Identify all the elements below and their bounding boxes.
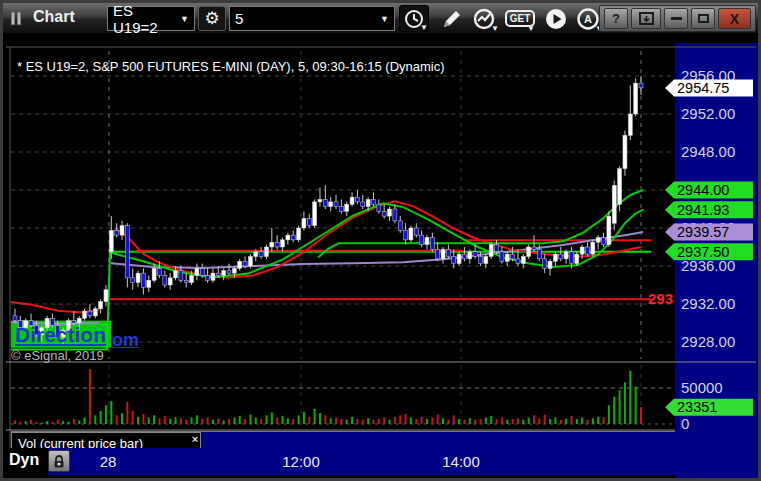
time-tick-label: 12:00 [282, 453, 320, 470]
volume-tag: 23351 [665, 399, 753, 416]
svg-text:23351: 23351 [677, 399, 717, 415]
close-button[interactable]: X [718, 8, 751, 29]
titlebar[interactable]: Chart ES U19=2 ▼ ⚙ 5 ▼ ▼ [3, 3, 758, 34]
time-tick-label: 14:00 [442, 453, 480, 470]
get-data-button[interactable]: GET ▼ [505, 5, 535, 32]
close-icon: × [192, 433, 198, 445]
chart-window-icon [11, 11, 27, 25]
dock-button[interactable] [631, 8, 661, 29]
chevron-down-icon: ▼ [491, 24, 499, 33]
minimize-icon [671, 17, 682, 20]
interval-value: 5 [235, 10, 243, 27]
esignal-copyright: © eSignal, 2019 [11, 348, 104, 363]
price-tick-label: 2932.00 [681, 295, 735, 312]
symbol-combo[interactable]: ES U19=2 ▼ [107, 6, 195, 31]
maximize-button[interactable] [691, 8, 715, 29]
price-tag: 2939.57 [665, 224, 753, 241]
maximize-icon [698, 14, 709, 23]
close-icon: X [730, 11, 739, 27]
time-template-button[interactable]: ▼ [399, 5, 429, 32]
volume-tick-label: 0 [681, 415, 689, 432]
pencil-icon [440, 7, 464, 31]
chevron-down-icon: ▼ [174, 14, 189, 24]
interval-combo[interactable]: 5 ▼ [229, 6, 395, 31]
chart-header-text: * ES U19=2, S&P 500 FUTURES E-MINI (DAY)… [17, 59, 445, 74]
help-button[interactable]: ? [604, 8, 628, 29]
chevron-down-icon: ▼ [527, 24, 535, 33]
price-tick-label: 2948.00 [681, 143, 735, 160]
price-tick-label: 2952.00 [681, 105, 735, 122]
draw-button[interactable] [437, 5, 467, 32]
chevron-down-icon: ▼ [374, 14, 389, 24]
close-volume-tab-button[interactable]: × [189, 433, 201, 445]
svg-text:2944.00: 2944.00 [677, 182, 729, 198]
time-axis[interactable]: 2812:0014:00 [6, 448, 751, 475]
svg-text:2939.57: 2939.57 [677, 224, 729, 240]
price-tick-label: 2928.00 [681, 333, 735, 350]
price-tag: 2954.75 [665, 79, 753, 96]
chevron-down-icon: ▼ [420, 23, 428, 32]
minimize-button[interactable] [664, 8, 688, 29]
chart-canvas[interactable]: 2956.002952.002948.002944.002940.002936.… [3, 3, 761, 481]
watermark-text-2: om [112, 330, 139, 351]
play-icon [544, 7, 568, 31]
chart-window: 2956.002952.002948.002944.002940.002936.… [0, 0, 761, 481]
window-title: Chart [33, 8, 75, 26]
red-line-price-label: 293 [648, 290, 673, 307]
price-tag: 2937.50 [665, 243, 753, 260]
studies-button[interactable]: ▼ [469, 5, 499, 32]
price-tag: 2941.93 [665, 201, 753, 218]
play-button[interactable] [541, 5, 571, 32]
settings-button[interactable]: ⚙ [198, 6, 226, 31]
watermark: Direction om [15, 323, 106, 347]
time-axis-bar[interactable]: Dyn 2812:0014:00 [6, 448, 751, 475]
symbol-value: ES U19=2 [113, 2, 174, 36]
price-tag: 2944.00 [665, 182, 753, 199]
gear-icon: ⚙ [204, 8, 219, 29]
svg-text:2941.93: 2941.93 [677, 202, 729, 218]
dock-icon [639, 12, 654, 25]
window-controls: ? X [599, 5, 756, 32]
help-icon: ? [612, 11, 620, 26]
svg-text:A: A [584, 13, 592, 25]
svg-text:2937.50: 2937.50 [677, 244, 729, 260]
svg-text:2954.75: 2954.75 [677, 80, 729, 96]
time-tick-label: 28 [100, 453, 117, 470]
volume-tick-label: 50000 [681, 379, 723, 396]
watermark-text: Direction [15, 323, 106, 346]
